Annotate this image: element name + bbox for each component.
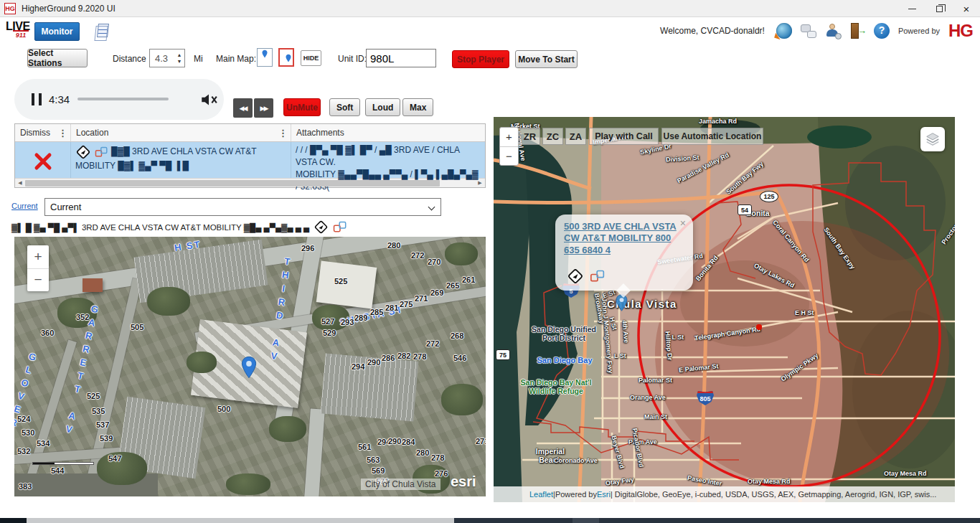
area-overview-map[interactable]: Market StJamacha RdNational AveDivision … <box>494 117 955 502</box>
popup-close-icon[interactable]: × <box>680 217 686 229</box>
column-menu-icon[interactable]: ⋮ <box>58 128 67 138</box>
call-row[interactable]: █▓█ 3RD AVE CHLA VSTA CW AT&T MOBILITY █… <box>15 142 485 178</box>
call-link-icon <box>95 146 108 159</box>
unit-id-label: Unit ID: <box>338 54 367 64</box>
current-link[interactable]: Current <box>11 202 38 210</box>
stop-player-button[interactable]: Stop Player <box>452 50 509 68</box>
layers-button[interactable] <box>920 127 945 151</box>
za-button[interactable]: ZA <box>565 128 586 145</box>
unit-id-input[interactable] <box>366 49 436 67</box>
waypoint-diamond-icon[interactable] <box>567 268 584 285</box>
close-button[interactable]: × <box>953 0 980 17</box>
max-volume-button[interactable]: Max <box>402 98 433 116</box>
map-zoom-control[interactable]: + − <box>27 245 49 291</box>
parcel-number-label: 534 <box>37 439 50 448</box>
parcel-number-label: 532 <box>17 447 30 456</box>
calls-table: Dismiss ⋮ Location ⋮ Attachments <box>14 123 486 188</box>
scrollbar-thumb[interactable] <box>27 518 454 523</box>
live911-logo: LIVE 911 <box>6 22 32 39</box>
zoom-in-button[interactable]: + <box>27 245 49 269</box>
popup-address-link[interactable]: 500 3RD AVE CHLA VSTA CW AT&T MOBILITY 8… <box>564 221 683 256</box>
dismiss-x-icon[interactable] <box>34 152 52 171</box>
chat-icon[interactable] <box>801 23 816 39</box>
spin-down-icon[interactable]: ▼ <box>177 59 182 64</box>
select-stations-button[interactable]: Select Stations <box>27 49 88 67</box>
scrollbar-thumb[interactable] <box>25 180 440 187</box>
scroll-left-icon[interactable]: ◀ <box>15 180 25 186</box>
spin-up-icon[interactable]: ▲ <box>177 52 182 57</box>
parcel-number-label: 284 <box>402 438 415 446</box>
parcel-number-label: 296 <box>301 244 314 253</box>
location-cell: █▓█ 3RD AVE CHLA VSTA CW AT&T MOBILITY █… <box>71 142 291 178</box>
use-automatic-location-button[interactable]: Use Automatic Location <box>661 128 763 145</box>
rewind-button[interactable]: ◀◀ <box>233 98 253 118</box>
parcel-number-label: 268 <box>451 331 463 340</box>
minimize-button[interactable] <box>898 0 925 17</box>
fast-forward-button[interactable]: ▶▶ <box>254 98 273 118</box>
scroll-right-icon[interactable]: ▶ <box>475 180 485 186</box>
view-dropdown[interactable]: Current <box>44 198 441 216</box>
zoom-out-button[interactable]: − <box>27 269 49 292</box>
monitor-tab[interactable]: Monitor <box>34 22 80 41</box>
main-map-toggle-1[interactable] <box>257 48 273 67</box>
column-menu-icon[interactable]: ⋮ <box>278 128 288 138</box>
player-seekbar[interactable] <box>77 98 169 100</box>
spinner-arrows[interactable]: ▲▼ <box>174 50 184 67</box>
location-column-header[interactable]: Location ⋮ <box>71 124 291 141</box>
map-label: E H St <box>795 309 814 316</box>
main-map-toggle-2[interactable] <box>278 48 294 67</box>
parcel-number-label: 561 <box>358 443 371 451</box>
play-with-call-button[interactable]: Play with Call <box>589 128 659 145</box>
pin-icon <box>262 50 268 58</box>
waypoint-diamond-icon[interactable] <box>314 220 329 235</box>
esri-link[interactable]: Esri <box>597 490 611 499</box>
map-zoom-control[interactable]: + − <box>499 127 519 166</box>
help-icon[interactable]: ? <box>874 23 890 39</box>
attachments-column-header[interactable]: Attachments <box>291 124 485 141</box>
notes-icon[interactable] <box>97 24 109 37</box>
user-settings-icon[interactable] <box>825 23 841 39</box>
trees <box>269 416 306 442</box>
hide-button[interactable]: HIDE <box>301 50 321 66</box>
dismiss-column-header[interactable]: Dismiss ⋮ <box>15 124 71 141</box>
attachments-text-line1: / / / █▀▄ ▀█ ▓▌ █▀ / ▄█ 3RD AVE / CHLA V… <box>296 145 459 167</box>
move-to-start-button[interactable]: Move To Start <box>515 50 578 68</box>
pause-button[interactable] <box>32 93 42 105</box>
highway-shield: 54 <box>738 204 752 215</box>
house <box>83 278 103 292</box>
map-canvas <box>494 117 955 502</box>
dismiss-cell[interactable] <box>15 142 71 178</box>
street-detail-map[interactable]: H STTHIRD AVSHASTA STGARRETT AVGLOVER AV… <box>14 237 486 496</box>
globe-refresh-icon[interactable] <box>776 23 792 39</box>
zoom-out-button[interactable]: − <box>500 147 518 166</box>
loud-volume-button[interactable]: Loud <box>365 98 400 116</box>
zoom-in-button[interactable]: + <box>500 128 518 147</box>
parcel-number-label: 278 <box>413 352 426 361</box>
minimize-icon <box>908 9 916 9</box>
parcel-number-label: 272 <box>426 339 439 348</box>
zr-button[interactable]: ZR <box>519 128 540 145</box>
restore-button[interactable] <box>925 0 953 17</box>
call-link-icon[interactable] <box>590 269 606 283</box>
call-link-icon[interactable] <box>333 220 347 234</box>
distance-spinner[interactable]: 4.3 ▲▼ <box>149 49 185 67</box>
selected-call-text: ▓▌ █ ▓▄ ▀█ ▄▀▌ 3RD AVE CHLA VSTA CW AT&T… <box>11 223 309 232</box>
location-header-label: Location <box>76 128 108 138</box>
attr-sources: | DigitalGlobe, GeoEye, i-cubed, USDA, U… <box>611 490 936 499</box>
bottom-scrollbar[interactable] <box>0 518 980 523</box>
trees <box>147 287 190 316</box>
dismiss-header-label: Dismiss <box>20 128 50 138</box>
parcel-number-label: 278 <box>431 453 444 462</box>
parcel-number-label: 535 <box>92 407 105 415</box>
leaflet-link[interactable]: Leaflet <box>529 490 553 499</box>
parcel-number-label: 500 <box>217 405 230 413</box>
zc-button[interactable]: ZC <box>542 128 563 145</box>
soft-volume-button[interactable]: Soft <box>329 98 360 116</box>
unmute-button[interactable]: UnMute <box>283 98 321 116</box>
parcel-number-label: 539 <box>100 434 113 443</box>
parcel-number-label: 276 <box>435 469 448 478</box>
logout-door-icon[interactable]: → <box>849 23 865 39</box>
parcel-number-label: 271 <box>415 294 428 303</box>
highway-shield: 75 <box>496 349 510 360</box>
muted-speaker-icon[interactable] <box>199 90 218 109</box>
